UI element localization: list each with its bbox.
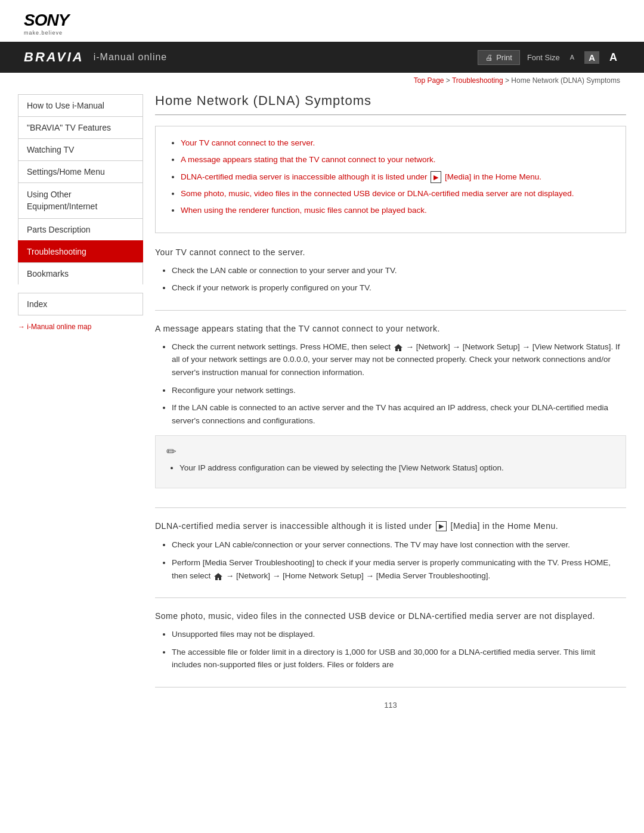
- breadcrumb-top[interactable]: Top Page: [414, 76, 444, 85]
- font-size-small[interactable]: A: [567, 52, 577, 62]
- note-list: Your IP address configuration can be vie…: [166, 462, 615, 474]
- section-list-1: Check the LAN cable or connection to you…: [155, 264, 626, 295]
- sony-logo: SONY: [24, 11, 620, 30]
- breadcrumb-troubleshooting[interactable]: Troubleshooting: [452, 76, 503, 85]
- section-list-4: Unsupported files may not be displayed. …: [155, 628, 626, 671]
- section-media-inaccessible: DLNA-certified media server is inaccessi…: [155, 521, 626, 599]
- breadcrumb: Top Page > Troubleshooting > Home Networ…: [0, 73, 644, 88]
- section-title-4: Some photo, music, video files in the co…: [155, 611, 626, 621]
- top-bar: BRAVIA i-Manual online 🖨 Print Font Size…: [0, 42, 644, 73]
- summary-box: Your TV cannot connect to the server. A …: [155, 126, 626, 233]
- section-title-1: Your TV cannot connect to the server.: [155, 247, 626, 257]
- sidebar-item-watching-tv[interactable]: Watching TV: [18, 138, 143, 160]
- main-layout: How to Use i-Manual "BRAVIA" TV Features…: [0, 88, 644, 739]
- sidebar-item-parts[interactable]: Parts Description: [18, 218, 143, 240]
- breadcrumb-current: Home Network (DLNA) Symptoms: [511, 76, 620, 85]
- summary-item-3: DLNA-certified media server is inaccessi…: [181, 171, 612, 184]
- breadcrumb-sep2: >: [505, 76, 511, 85]
- media-icon-2: ▶: [436, 521, 447, 531]
- page-number: 113: [155, 701, 626, 721]
- note-item: Your IP address configuration can be vie…: [179, 462, 615, 474]
- list-item: Check if your network is properly config…: [172, 281, 626, 295]
- content-area: Home Network (DLNA) Symptoms Your TV can…: [155, 88, 626, 721]
- top-bar-right: 🖨 Print Font Size A A A: [478, 50, 620, 65]
- summary-link-4[interactable]: Some photo, music, video files in the co…: [181, 189, 574, 198]
- font-size-large[interactable]: A: [606, 50, 620, 65]
- sony-header: SONY make.believe: [0, 0, 644, 42]
- font-size-label: Font Size: [527, 53, 560, 62]
- sidebar-item-troubleshooting[interactable]: Troubleshooting: [18, 240, 143, 262]
- summary-list: Your TV cannot connect to the server. A …: [169, 137, 612, 217]
- sidebar-item-bravia-features[interactable]: "BRAVIA" TV Features: [18, 116, 143, 138]
- section-list-3: Check your LAN cable/connection or your …: [155, 538, 626, 582]
- list-item: Unsupported files may not be displayed.: [172, 628, 626, 641]
- sidebar: How to Use i-Manual "BRAVIA" TV Features…: [18, 94, 143, 721]
- section-network-connect: A message appears stating that the TV ca…: [155, 324, 626, 508]
- summary-item-2: A message appears stating that the TV ca…: [181, 154, 612, 166]
- sidebar-item-how-to-use[interactable]: How to Use i-Manual: [18, 94, 143, 116]
- list-item: Check your LAN cable/connection or your …: [172, 538, 626, 552]
- section-server-connect: Your TV cannot connect to the server. Ch…: [155, 247, 626, 311]
- note-icon: ✏: [166, 444, 615, 459]
- media-icon: ▶: [431, 171, 441, 184]
- list-item: If the LAN cable is connected to an acti…: [172, 401, 626, 427]
- summary-link-3[interactable]: DLNA-certified media server is inaccessi…: [181, 172, 541, 181]
- list-item: Reconfigure your network settings.: [172, 384, 626, 397]
- list-item: Check the current network settings. Pres…: [172, 340, 626, 379]
- print-label: Print: [496, 53, 512, 62]
- section-title-2: A message appears stating that the TV ca…: [155, 324, 626, 333]
- sony-tagline: make.believe: [24, 30, 620, 36]
- home-icon: [394, 343, 403, 351]
- font-size-medium[interactable]: A: [584, 51, 599, 64]
- section-list-2: Check the current network settings. Pres…: [155, 340, 626, 428]
- page-title: Home Network (DLNA) Symptoms: [155, 93, 626, 115]
- breadcrumb-sep1: >: [446, 76, 452, 85]
- sidebar-map-link[interactable]: i-Manual online map: [18, 323, 143, 331]
- summary-item-5: When using the renderer function, music …: [181, 205, 612, 216]
- list-item: Check the LAN cable or connection to you…: [172, 264, 626, 277]
- print-icon: 🖨: [485, 53, 493, 62]
- bravia-logo: BRAVIA: [24, 49, 84, 65]
- summary-link-2[interactable]: A message appears stating that the TV ca…: [181, 155, 436, 164]
- sidebar-item-index[interactable]: Index: [18, 293, 143, 315]
- note-box: ✏ Your IP address configuration can be v…: [155, 435, 626, 488]
- summary-link-5[interactable]: When using the renderer function, music …: [181, 206, 427, 215]
- sidebar-item-using-other[interactable]: Using OtherEquipment/Internet: [18, 182, 143, 218]
- list-item: The accessible file or folder limit in a…: [172, 646, 626, 671]
- summary-item-1: Your TV cannot connect to the server.: [181, 137, 612, 149]
- section-files-not-displayed: Some photo, music, video files in the co…: [155, 611, 626, 688]
- home-icon-2: [213, 572, 223, 580]
- summary-item-4: Some photo, music, video files in the co…: [181, 188, 612, 200]
- summary-link-1[interactable]: Your TV cannot connect to the server.: [181, 138, 315, 147]
- imanual-label: i-Manual online: [94, 52, 168, 63]
- list-item: Perform [Media Server Troubleshooting] t…: [172, 556, 626, 582]
- sidebar-item-bookmarks[interactable]: Bookmarks: [18, 262, 143, 284]
- section-title-3: DLNA-certified media server is inaccessi…: [155, 521, 626, 532]
- sidebar-item-settings[interactable]: Settings/Home Menu: [18, 160, 143, 182]
- top-bar-left: BRAVIA i-Manual online: [24, 49, 167, 65]
- print-button[interactable]: 🖨 Print: [478, 50, 520, 65]
